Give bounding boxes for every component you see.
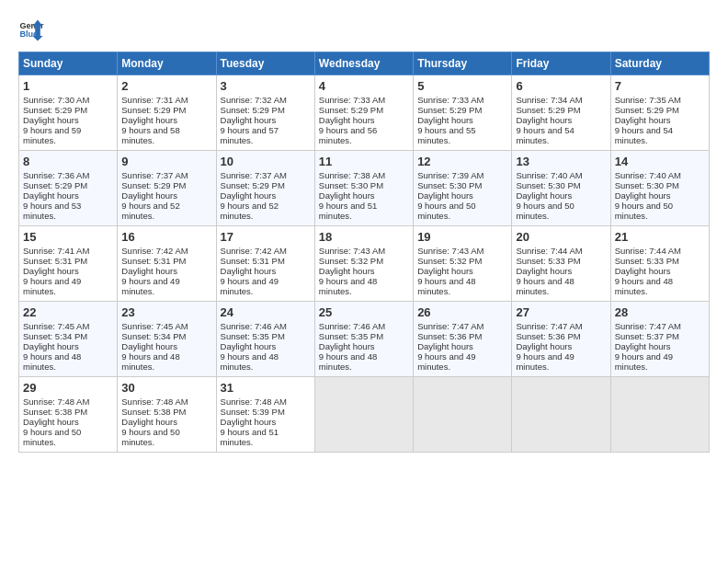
calendar-cell xyxy=(610,377,709,453)
calendar-week-1: 1Sunrise: 7:30 AMSunset: 5:29 PMDaylight… xyxy=(19,75,710,151)
daylight-hours: 9 hours and 48 minutes. xyxy=(615,276,673,296)
sunset: Sunset: 5:29 PM xyxy=(121,180,186,190)
calendar-cell: 15Sunrise: 7:41 AMSunset: 5:31 PMDayligh… xyxy=(19,226,118,302)
logo-icon: General Blue xyxy=(18,17,44,42)
day-number: 24 xyxy=(221,305,311,319)
sunset: Sunset: 5:38 PM xyxy=(23,407,87,417)
day-number: 16 xyxy=(121,230,211,244)
day-number: 1 xyxy=(23,79,113,93)
daylight-hours: 9 hours and 55 minutes. xyxy=(417,125,475,145)
day-number: 2 xyxy=(121,79,211,93)
day-number: 4 xyxy=(319,79,409,93)
daylight-label: Daylight hours xyxy=(319,341,375,351)
calendar-cell: 13Sunrise: 7:40 AMSunset: 5:30 PMDayligh… xyxy=(512,151,610,226)
calendar-cell: 29Sunrise: 7:48 AMSunset: 5:38 PMDayligh… xyxy=(19,377,118,453)
calendar-cell: 31Sunrise: 7:48 AMSunset: 5:39 PMDayligh… xyxy=(216,377,314,453)
calendar-table: SundayMondayTuesdayWednesdayThursdayFrid… xyxy=(18,52,710,453)
sunrise: Sunrise: 7:48 AM xyxy=(23,396,89,407)
daylight-hours: 9 hours and 49 minutes. xyxy=(417,351,475,372)
day-number: 25 xyxy=(319,305,409,319)
day-number: 22 xyxy=(23,305,113,319)
daylight-hours: 9 hours and 49 minutes. xyxy=(516,351,574,372)
calendar-cell: 16Sunrise: 7:42 AMSunset: 5:31 PMDayligh… xyxy=(118,226,216,302)
sunset: Sunset: 5:29 PM xyxy=(23,105,87,115)
calendar-cell: 5Sunrise: 7:33 AMSunset: 5:29 PMDaylight… xyxy=(414,75,512,151)
day-number: 29 xyxy=(23,381,113,395)
daylight-label: Daylight hours xyxy=(121,341,177,351)
day-number: 21 xyxy=(615,230,705,244)
calendar-cell: 26Sunrise: 7:47 AMSunset: 5:36 PMDayligh… xyxy=(414,302,512,377)
day-number: 23 xyxy=(121,305,211,319)
day-number: 7 xyxy=(615,79,705,93)
page: General Blue SundayMondayTuesdayWednesda… xyxy=(0,0,728,563)
calendar-cell: 8Sunrise: 7:36 AMSunset: 5:29 PMDaylight… xyxy=(19,151,118,226)
sunrise: Sunrise: 7:42 AM xyxy=(221,246,287,256)
calendar-cell: 3Sunrise: 7:32 AMSunset: 5:29 PMDaylight… xyxy=(216,75,314,151)
sunset: Sunset: 5:31 PM xyxy=(121,256,186,266)
calendar-cell: 17Sunrise: 7:42 AMSunset: 5:31 PMDayligh… xyxy=(216,226,314,302)
daylight-hours: 9 hours and 48 minutes. xyxy=(319,351,377,372)
daylight-hours: 9 hours and 52 minutes. xyxy=(221,201,279,221)
daylight-hours: 9 hours and 50 minutes. xyxy=(417,201,475,221)
sunrise: Sunrise: 7:36 AM xyxy=(23,170,89,180)
sunrise: Sunrise: 7:48 AM xyxy=(121,396,188,407)
calendar-cell xyxy=(512,377,610,453)
sunrise: Sunrise: 7:43 AM xyxy=(417,246,483,256)
sunrise: Sunrise: 7:33 AM xyxy=(417,95,483,105)
sunset: Sunset: 5:30 PM xyxy=(516,180,580,190)
sunrise: Sunrise: 7:32 AM xyxy=(221,95,287,105)
daylight-label: Daylight hours xyxy=(121,115,177,125)
daylight-label: Daylight hours xyxy=(121,190,177,201)
calendar-cell: 19Sunrise: 7:43 AMSunset: 5:32 PMDayligh… xyxy=(414,226,512,302)
sunset: Sunset: 5:29 PM xyxy=(221,180,285,190)
daylight-hours: 9 hours and 49 minutes. xyxy=(221,276,279,296)
sunset: Sunset: 5:29 PM xyxy=(221,105,285,115)
calendar-header: SundayMondayTuesdayWednesdayThursdayFrid… xyxy=(19,52,710,75)
daylight-label: Daylight hours xyxy=(319,190,375,201)
sunrise: Sunrise: 7:45 AM xyxy=(23,321,89,331)
calendar-cell: 18Sunrise: 7:43 AMSunset: 5:32 PMDayligh… xyxy=(314,226,413,302)
day-number: 27 xyxy=(516,305,606,319)
weekday-header-friday: Friday xyxy=(512,52,610,75)
sunrise: Sunrise: 7:40 AM xyxy=(615,170,681,180)
daylight-label: Daylight hours xyxy=(417,190,473,201)
calendar-cell: 23Sunrise: 7:45 AMSunset: 5:34 PMDayligh… xyxy=(118,302,216,377)
daylight-label: Daylight hours xyxy=(121,266,177,276)
daylight-hours: 9 hours and 52 minutes. xyxy=(121,201,179,221)
sunset: Sunset: 5:29 PM xyxy=(121,105,186,115)
daylight-label: Daylight hours xyxy=(23,115,79,125)
daylight-label: Daylight hours xyxy=(615,266,671,276)
day-number: 11 xyxy=(319,155,409,168)
calendar-cell: 20Sunrise: 7:44 AMSunset: 5:33 PMDayligh… xyxy=(512,226,610,302)
sunrise: Sunrise: 7:43 AM xyxy=(319,246,385,256)
sunrise: Sunrise: 7:37 AM xyxy=(121,170,188,180)
day-number: 12 xyxy=(417,155,507,168)
daylight-hours: 9 hours and 50 minutes. xyxy=(23,427,81,447)
header: General Blue xyxy=(18,17,710,42)
daylight-hours: 9 hours and 48 minutes. xyxy=(23,351,81,372)
daylight-hours: 9 hours and 48 minutes. xyxy=(221,351,279,372)
day-number: 19 xyxy=(417,230,507,244)
sunset: Sunset: 5:36 PM xyxy=(516,331,580,341)
sunrise: Sunrise: 7:40 AM xyxy=(516,170,582,180)
calendar-cell: 30Sunrise: 7:48 AMSunset: 5:38 PMDayligh… xyxy=(118,377,216,453)
sunset: Sunset: 5:38 PM xyxy=(121,407,186,417)
sunrise: Sunrise: 7:44 AM xyxy=(615,246,681,256)
logo: General Blue xyxy=(18,17,44,42)
sunrise: Sunrise: 7:31 AM xyxy=(121,95,188,105)
weekday-header-sunday: Sunday xyxy=(19,52,118,75)
sunrise: Sunrise: 7:47 AM xyxy=(615,321,681,331)
sunrise: Sunrise: 7:48 AM xyxy=(221,396,287,407)
daylight-label: Daylight hours xyxy=(23,190,79,201)
sunset: Sunset: 5:29 PM xyxy=(319,105,383,115)
daylight-hours: 9 hours and 57 minutes. xyxy=(221,125,279,145)
calendar-cell: 11Sunrise: 7:38 AMSunset: 5:30 PMDayligh… xyxy=(314,151,413,226)
daylight-label: Daylight hours xyxy=(221,341,277,351)
daylight-hours: 9 hours and 53 minutes. xyxy=(23,201,81,221)
sunset: Sunset: 5:31 PM xyxy=(221,256,285,266)
day-number: 6 xyxy=(516,79,606,93)
daylight-hours: 9 hours and 49 minutes. xyxy=(23,276,81,296)
sunset: Sunset: 5:29 PM xyxy=(23,180,87,190)
sunrise: Sunrise: 7:30 AM xyxy=(23,95,89,105)
daylight-label: Daylight hours xyxy=(516,115,572,125)
